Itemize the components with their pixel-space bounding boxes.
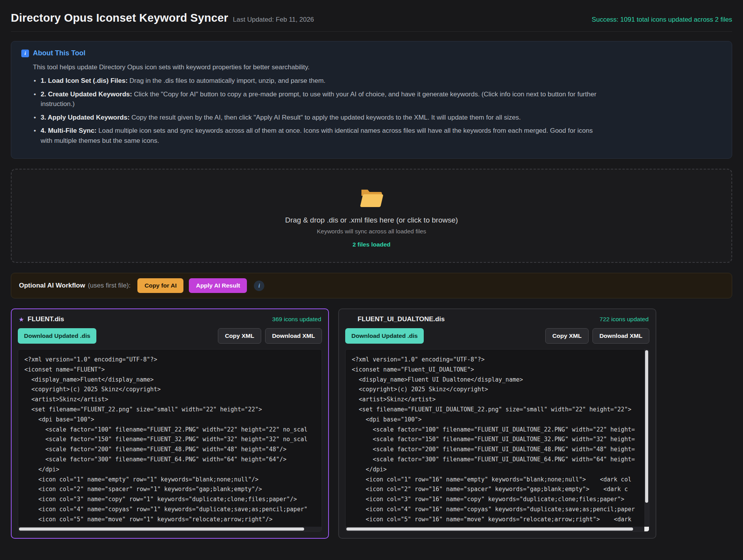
download-updated-dis-button[interactable]: Download Updated .dis: [345, 328, 424, 344]
bullet-label: 4. Multi-File Sync:: [41, 127, 97, 134]
bullet-label: 1. Load Icon Set (.dis) Files:: [41, 77, 128, 84]
about-title: About This Tool: [33, 49, 86, 57]
about-bullet: 2. Create Updated Keywords: Click the "C…: [33, 89, 598, 109]
xml-code: <?xml version="1.0" encoding="UTF-8"?> <…: [18, 349, 322, 532]
xml-code-view[interactable]: <?xml version="1.0" encoding="UTF-8"?> <…: [18, 349, 322, 532]
scrollbar-corner: [644, 527, 649, 531]
h-scrollbar[interactable]: [346, 527, 644, 531]
ai-workflow-bar: Optional AI Workflow (uses first file): …: [11, 273, 732, 298]
bullet-text: Drag in the .dis files to automatically …: [130, 77, 325, 84]
file-panel-fluent: ★ FLUENT.dis 369 icons updated Download …: [11, 308, 329, 539]
icons-updated-count: 722 icons updated: [599, 316, 649, 323]
h-scrollbar-thumb[interactable]: [346, 527, 633, 531]
about-panel: i About This Tool This tool helps update…: [11, 41, 732, 159]
ai-workflow-label: Optional AI Workflow: [19, 282, 85, 289]
h-scrollbar[interactable]: [18, 527, 322, 531]
star-icon: ★: [19, 316, 24, 323]
download-updated-dis-button[interactable]: Download Updated .dis: [18, 328, 96, 344]
file-panels: ★ FLUENT.dis 369 icons updated Download …: [11, 308, 732, 539]
xml-buttons: Copy XML Download XML: [218, 328, 322, 344]
bullet-label: 2. Create Updated Keywords:: [41, 91, 132, 98]
about-intro: This tool helps update Directory Opus ic…: [33, 63, 722, 71]
about-bullet: 3. Apply Updated Keywords: Copy the resu…: [33, 113, 598, 123]
page-title: Directory Opus Iconset Keyword Syncer: [11, 12, 228, 24]
file-name: FLUENT_UI_DUALTONE.dis: [358, 315, 445, 323]
bullet-text: Copy the result given by the AI, then cl…: [132, 114, 521, 121]
download-xml-button[interactable]: Download XML: [265, 328, 322, 344]
about-bullet-list: 1. Load Icon Set (.dis) Files: Drag in t…: [33, 76, 722, 146]
file-panel-buttons: Download Updated .dis Copy XML Download …: [18, 328, 322, 344]
xml-code: <?xml version="1.0" encoding="UTF-8"?> <…: [346, 349, 649, 532]
bullet-text: Load multiple icon sets and sync keyword…: [41, 127, 593, 144]
h-scrollbar-thumb[interactable]: [19, 527, 304, 531]
copy-for-ai-button[interactable]: Copy for AI: [137, 278, 183, 293]
v-scrollbar-thumb[interactable]: [645, 350, 648, 503]
dropzone-headline: Drag & drop .dis or .xml files here (or …: [19, 216, 724, 224]
ai-info-icon[interactable]: i: [254, 281, 264, 291]
app-header: Directory Opus Iconset Keyword Syncer La…: [11, 9, 732, 32]
file-name: FLUENT.dis: [27, 315, 64, 323]
copy-xml-button[interactable]: Copy XML: [218, 328, 261, 344]
about-bullet: 1. Load Icon Set (.dis) Files: Drag in t…: [33, 76, 598, 86]
app-page: Directory Opus Iconset Keyword Syncer La…: [0, 0, 743, 560]
files-loaded-count: 2 files loaded: [19, 241, 724, 248]
bullet-label: 3. Apply Updated Keywords:: [41, 114, 130, 121]
download-xml-button[interactable]: Download XML: [592, 328, 649, 344]
file-panel-fluent-ui-dualtone: FLUENT_UI_DUALTONE.dis 722 icons updated…: [338, 308, 656, 539]
success-status: Success: 1091 total icons updated across…: [592, 16, 732, 24]
last-updated-text: Last Updated: Feb 11, 2026: [233, 16, 314, 24]
xml-buttons: Copy XML Download XML: [545, 328, 649, 344]
file-dropzone[interactable]: Drag & drop .dis or .xml files here (or …: [11, 169, 732, 263]
ai-workflow-note: (uses first file):: [88, 282, 131, 289]
apply-ai-result-button[interactable]: Apply AI Result: [189, 278, 247, 293]
dropzone-subtext: Keywords will sync across all loaded fil…: [19, 228, 724, 235]
copy-xml-button[interactable]: Copy XML: [545, 328, 589, 344]
xml-code-view[interactable]: <?xml version="1.0" encoding="UTF-8"?> <…: [345, 349, 649, 532]
icons-updated-count: 369 icons updated: [272, 316, 321, 323]
file-panel-header: ★ FLUENT.dis 369 icons updated: [19, 315, 321, 323]
open-folder-icon: [359, 187, 384, 209]
file-panel-buttons: Download Updated .dis Copy XML Download …: [345, 328, 649, 344]
file-panel-header: FLUENT_UI_DUALTONE.dis 722 icons updated: [346, 315, 649, 323]
about-bullet: 4. Multi-File Sync: Load multiple icon s…: [33, 126, 598, 146]
info-icon: i: [21, 50, 29, 57]
v-scrollbar[interactable]: [644, 349, 649, 527]
about-header: i About This Tool: [21, 49, 722, 57]
